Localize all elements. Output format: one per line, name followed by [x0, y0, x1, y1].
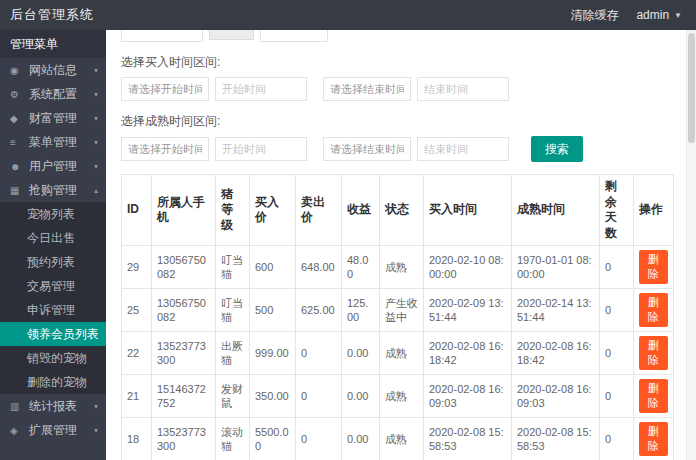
- buy-start-time-select[interactable]: [121, 77, 209, 101]
- chevron-down-icon: ▾: [94, 114, 98, 123]
- chevron-down-icon: ▾: [94, 90, 98, 99]
- top-bar: 后台管理系统 清除缓存 admin ▼: [0, 0, 696, 30]
- col-header-days-left: 剩余天数: [600, 175, 634, 246]
- table-row: 18 13523773300 滚动猫 5500.00 0 0.00 成熟 202…: [122, 418, 674, 460]
- chevron-down-icon: ▾: [94, 66, 98, 75]
- scrollbar-thumb[interactable]: [688, 33, 695, 143]
- topbar-actions: 清除缓存 admin ▼: [570, 7, 682, 24]
- sidebar-item-purchase-management[interactable]: ▦ 抢购管理 ▴: [0, 178, 106, 202]
- vertical-scrollbar[interactable]: [686, 30, 696, 460]
- col-header-level: 猪等级: [216, 175, 250, 246]
- mature-time-range-label: 选择成熟时间区间:: [121, 113, 677, 130]
- clipped-text-input[interactable]: [260, 30, 328, 42]
- delete-button[interactable]: 删除: [639, 422, 668, 456]
- cart-icon: ▦: [10, 185, 25, 196]
- delete-button[interactable]: 删除: [639, 336, 668, 370]
- table-row: 29 13056750082 叮当猫 600 648.00 48.00 成熟 2…: [122, 246, 674, 289]
- col-header-status: 状态: [380, 175, 424, 246]
- col-header-buy-time: 买入时间: [424, 175, 512, 246]
- sidebar-item-website-info[interactable]: ◉ 网站信息 ▾: [0, 58, 106, 82]
- mature-start-time-select[interactable]: [121, 137, 209, 161]
- mature-end-time-select[interactable]: [323, 137, 411, 161]
- col-header-actions: 操作: [634, 175, 674, 246]
- sidebar-item-menu-management[interactable]: ≡ 菜单管理 ▾: [0, 130, 106, 154]
- sidebar-item-user-management[interactable]: ☻ 用户管理 ▾: [0, 154, 106, 178]
- admin-app: 后台管理系统 清除缓存 admin ▼ 管理菜单 ◉ 网站信息 ▾ ⚙ 系统配置…: [0, 0, 696, 460]
- main-content: 选择买入时间区间: 选择成熟时间区间: 搜索: [106, 30, 686, 460]
- chevron-down-icon: ▾: [94, 426, 98, 435]
- buy-start-time-input[interactable]: [215, 77, 307, 101]
- clipped-button[interactable]: [209, 30, 254, 40]
- mature-time-filter-row: 搜索: [121, 136, 677, 162]
- extension-icon: ◈: [10, 425, 25, 436]
- sidebar: 管理菜单 ◉ 网站信息 ▾ ⚙ 系统配置 ▾ ◆ 财富管理 ▾ ≡ 菜单管理 ▾: [0, 30, 106, 460]
- submenu-item-pet-list[interactable]: 宠物列表: [0, 202, 106, 226]
- purchase-submenu: 宠物列表 今日出售 预约列表 交易管理 申诉管理 领养会员列表: [0, 202, 106, 394]
- caret-down-icon: ▼: [674, 11, 682, 20]
- col-header-sell-price: 卖出价: [296, 175, 342, 246]
- clipped-select-input[interactable]: [121, 30, 203, 42]
- delete-button[interactable]: 删除: [639, 379, 668, 413]
- col-header-phone: 所属人手机: [152, 175, 216, 246]
- clear-cache-link[interactable]: 清除缓存: [570, 7, 618, 24]
- col-header-mature-time: 成熟时间: [512, 175, 600, 246]
- col-header-buy-price: 买入价: [250, 175, 296, 246]
- buy-time-filter-row: [121, 77, 677, 101]
- menu-list-icon: ≡: [10, 137, 25, 148]
- sidebar-menu-title: 管理菜单: [0, 30, 106, 58]
- submenu-item-today-sold[interactable]: 今日出售: [0, 226, 106, 250]
- search-button[interactable]: 搜索: [531, 136, 583, 162]
- chevron-down-icon: ▾: [94, 162, 98, 171]
- chart-icon: ▥: [10, 401, 25, 412]
- table-row: 25 13056750082 叮当猫 500 625.00 125.00 产生收…: [122, 289, 674, 332]
- sidebar-item-system-config[interactable]: ⚙ 系统配置 ▾: [0, 82, 106, 106]
- wealth-icon: ◆: [10, 113, 25, 124]
- username-label: admin: [636, 8, 669, 22]
- delete-button[interactable]: 删除: [639, 250, 668, 284]
- submenu-item-destroyed-pets[interactable]: 销毁的宠物: [0, 346, 106, 370]
- sidebar-item-extension-management[interactable]: ◈ 扩展管理 ▾: [0, 418, 106, 442]
- website-info-icon: ◉: [10, 65, 25, 76]
- clipped-filter-row: [121, 30, 677, 42]
- table-row: 22 13523773300 出厥猫 999.00 0 0.00 成熟 2020…: [122, 332, 674, 375]
- user-icon: ☻: [10, 161, 25, 172]
- layout: 管理菜单 ◉ 网站信息 ▾ ⚙ 系统配置 ▾ ◆ 财富管理 ▾ ≡ 菜单管理 ▾: [0, 30, 696, 460]
- col-header-profit: 收益: [342, 175, 380, 246]
- members-table: ID 所属人手机 猪等级 买入价 卖出价 收益 状态 买入时间 成熟时间 剩余天…: [121, 174, 674, 460]
- app-title: 后台管理系统: [10, 6, 94, 24]
- delete-button[interactable]: 删除: [639, 293, 668, 327]
- submenu-item-appeal-management[interactable]: 申诉管理: [0, 298, 106, 322]
- gear-icon: ⚙: [10, 89, 25, 100]
- submenu-item-deleted-pets[interactable]: 删除的宠物: [0, 370, 106, 394]
- table-row: 21 15146372752 发财鼠 350.00 0 0.00 成熟 2020…: [122, 375, 674, 418]
- col-header-id: ID: [122, 175, 152, 246]
- table-header-row: ID 所属人手机 猪等级 买入价 卖出价 收益 状态 买入时间 成熟时间 剩余天…: [122, 175, 674, 246]
- submenu-item-adopt-member-list[interactable]: 领养会员列表: [0, 322, 106, 346]
- submenu-item-reservation-list[interactable]: 预约列表: [0, 250, 106, 274]
- chevron-up-icon: ▴: [94, 186, 98, 195]
- user-dropdown[interactable]: admin ▼: [636, 8, 682, 22]
- chevron-down-icon: ▾: [94, 138, 98, 147]
- buy-end-time-select[interactable]: [323, 77, 411, 101]
- buy-end-time-input[interactable]: [417, 77, 509, 101]
- mature-end-time-input[interactable]: [417, 137, 509, 161]
- submenu-item-transaction-management[interactable]: 交易管理: [0, 274, 106, 298]
- sidebar-item-wealth-management[interactable]: ◆ 财富管理 ▾: [0, 106, 106, 130]
- sidebar-item-statistics-report[interactable]: ▥ 统计报表 ▾: [0, 394, 106, 418]
- buy-time-range-label: 选择买入时间区间:: [121, 54, 677, 71]
- chevron-down-icon: ▾: [94, 402, 98, 411]
- mature-start-time-input[interactable]: [215, 137, 307, 161]
